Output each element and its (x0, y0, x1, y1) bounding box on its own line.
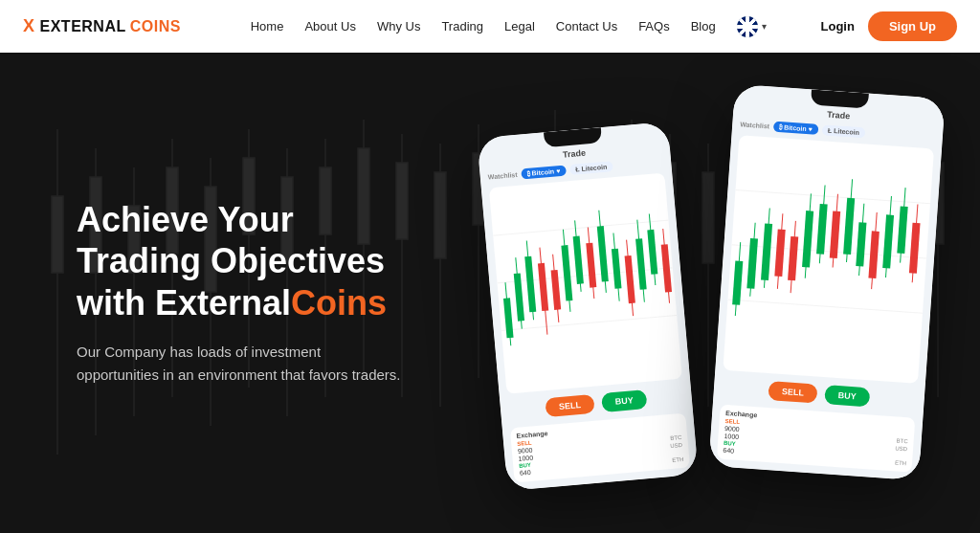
lang-chevron-icon: ▾ (762, 21, 767, 32)
nav-about[interactable]: About Us (304, 19, 355, 33)
nav-contact[interactable]: Contact Us (556, 19, 617, 33)
phone-1-buy-currency: ETH (672, 455, 683, 462)
phone-2-sell-currency: BTC (896, 437, 907, 444)
phone-2-exchange: Exchange SELL 9000 BTC 1000 USD BUY (717, 405, 915, 473)
phone-2-chart (723, 135, 934, 384)
phone-2-coin1-label: Bitcoin (784, 123, 807, 132)
nav-faqs[interactable]: FAQs (638, 19, 670, 33)
phone-1-sell-currency: BTC (670, 433, 681, 440)
logo-external-text: EXTERNAL (40, 18, 126, 35)
phone-1-chart (489, 172, 682, 393)
svg-line-49 (498, 268, 673, 283)
phone-1-sell-currency2: USD (670, 441, 682, 448)
hero-title-line3-plain: with (77, 283, 155, 322)
nav-auth: Login Sign Up (821, 11, 958, 41)
bitcoin-icon: ₿ (526, 170, 530, 177)
svg-line-48 (493, 220, 668, 235)
phone-2-screen: Trade Watchlist ₿ Bitcoin ♥ Ł Litecoin (708, 84, 945, 480)
phone-1-ltc-pill[interactable]: Ł Litecoin (569, 161, 613, 175)
flag-uk-icon (737, 16, 758, 37)
phone-2-sell-amount2: 1000 (724, 433, 739, 440)
logo-coins-text: COINS (130, 18, 181, 35)
litecoin-icon: Ł (575, 166, 580, 172)
hero-brand-highlight: Coins (291, 283, 387, 322)
phone-1-sell-button[interactable]: SELL (545, 394, 595, 417)
phone-mockup-1: Trade Watchlist ₿ Bitcoin ♥ Ł Litecoin (477, 122, 698, 491)
hero-title: Achieve Your Trading Objectives with Ext… (77, 199, 402, 323)
svg-line-79 (735, 190, 930, 204)
nav-whyus[interactable]: Why Us (377, 19, 421, 33)
heart-icon-2: ♥ (808, 125, 813, 132)
logo-x-icon: X (23, 16, 35, 36)
phone-2-coin2-label: Litecoin (834, 127, 859, 136)
phone-1-sell-amount: 9000 (518, 447, 533, 455)
phone-1-coin1-label: Bitcoin (531, 168, 554, 177)
phone-2-buy-button[interactable]: BUY (824, 385, 870, 407)
phone-1-buy-amount: 640 (520, 469, 531, 477)
phone-2-sell-label: SELL (724, 418, 740, 425)
hero-brand-plain: External (155, 283, 291, 322)
heart-icon: ♥ (556, 167, 561, 174)
phone-2-buy-label-text: BUY (724, 440, 736, 447)
bitcoin-icon-2: ₿ (779, 123, 782, 130)
phone-2-ltc-pill[interactable]: Ł Litecoin (821, 124, 865, 138)
phone-1-buy-button[interactable]: BUY (601, 389, 648, 412)
phone-1-watchlist-label: Watchlist (488, 171, 518, 181)
phone-1-exchange: Exchange SELL 9000 BTC 1000 USD BUY (510, 413, 690, 483)
phone-1-sell-amount2: 1000 (518, 455, 533, 462)
navbar: X EXTERNALCOINS Home About Us Why Us Tra… (0, 0, 980, 53)
phone-1-screen: Trade Watchlist ₿ Bitcoin ♥ Ł Litecoin (477, 122, 698, 491)
phone-2-watchlist-label: Watchlist (740, 121, 769, 129)
phone-1-btc-pill[interactable]: ₿ Bitcoin ♥ (521, 165, 567, 179)
nav-home[interactable]: Home (251, 19, 284, 33)
svg-line-81 (727, 300, 923, 313)
phones-container: Trade Watchlist ₿ Bitcoin ♥ Ł Litecoin (454, 72, 951, 531)
hero-section: Achieve Your Trading Objectives with Ext… (0, 53, 980, 533)
svg-rect-21 (434, 172, 446, 258)
phone-2-sell-amount: 9000 (724, 425, 740, 433)
nav-trading[interactable]: Trading (441, 19, 483, 33)
phone-2-buy-amount: 640 (723, 447, 734, 455)
language-selector[interactable]: ▾ (737, 16, 767, 37)
login-button[interactable]: Login (821, 19, 855, 33)
hero-content: Achieve Your Trading Objectives with Ext… (0, 199, 402, 387)
litecoin-icon-2: Ł (828, 127, 833, 134)
logo[interactable]: X EXTERNALCOINS (23, 16, 181, 36)
hero-subtitle: Our Company has loads of investment oppo… (77, 341, 402, 387)
phone-1-coin2-label: Litecoin (581, 164, 607, 172)
phone-2-buy-currency: ETH (895, 459, 906, 466)
phone-mockup-2: Trade Watchlist ₿ Bitcoin ♥ Ł Litecoin (708, 84, 945, 480)
nav-legal[interactable]: Legal (504, 19, 535, 33)
phone-1-buy-label: BUY (519, 462, 531, 469)
phone-2-btc-pill[interactable]: ₿ Bitcoin ♥ (773, 122, 819, 135)
phone-2-sell-currency2: USD (895, 445, 907, 452)
hero-title-line1: Achieve Your (77, 200, 294, 239)
svg-line-50 (501, 315, 677, 330)
nav-blog[interactable]: Blog (691, 19, 716, 33)
phone-2-trade-buttons: SELL BUY (721, 378, 917, 411)
hero-title-line2: Trading Objectives (77, 241, 385, 280)
phone-2-sell-button[interactable]: SELL (768, 381, 817, 404)
signup-button[interactable]: Sign Up (868, 11, 957, 41)
nav-links: Home About Us Why Us Trading Legal Conta… (212, 16, 821, 37)
